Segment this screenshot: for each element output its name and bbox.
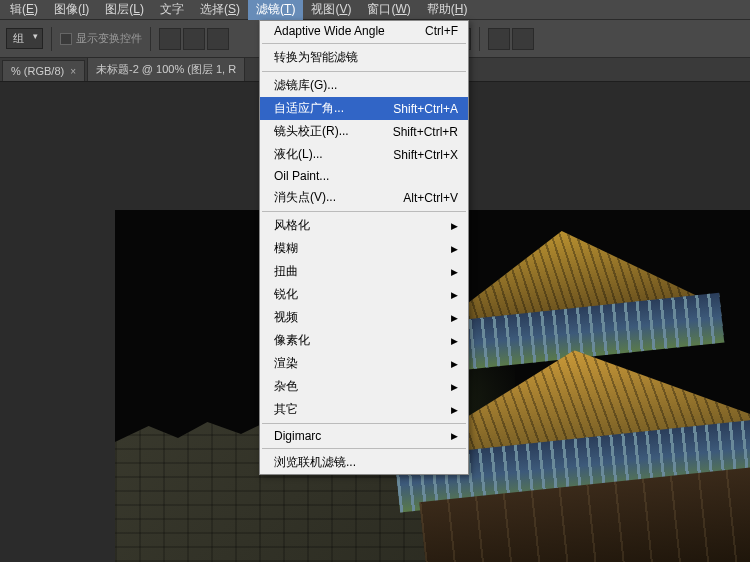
menu-item-pixelate[interactable]: 像素化▶ [260, 329, 468, 352]
menu-item-video[interactable]: 视频▶ [260, 306, 468, 329]
menubar: 辑(E) 图像(I) 图层(L) 文字 选择(S) 滤镜(T) 视图(V) 窗口… [0, 0, 750, 20]
menu-item-distort[interactable]: 扭曲▶ [260, 260, 468, 283]
menu-item-browse-online[interactable]: 浏览联机滤镜... [260, 451, 468, 474]
menu-help[interactable]: 帮助(H) [419, 0, 476, 20]
menu-separator [262, 448, 466, 449]
chevron-right-icon: ▶ [451, 382, 458, 392]
menu-separator [262, 43, 466, 44]
menu-item-lens-correction[interactable]: 镜头校正(R)... Shift+Ctrl+R [260, 120, 468, 143]
menu-item-sharpen[interactable]: 锐化▶ [260, 283, 468, 306]
menu-item-filter-gallery[interactable]: 滤镜库(G)... [260, 74, 468, 97]
menu-item-digimarc[interactable]: Digimarc▶ [260, 426, 468, 446]
menu-filter[interactable]: 滤镜(T) [248, 0, 303, 20]
document-tab[interactable]: % (RGB/8) × [2, 60, 85, 81]
document-tab[interactable]: 未标题-2 @ 100% (图层 1, R [87, 57, 245, 81]
menu-item-last-filter[interactable]: Adaptive Wide Angle Ctrl+F [260, 21, 468, 41]
menu-item-convert-smart[interactable]: 转换为智能滤镜 [260, 46, 468, 69]
divider [479, 27, 480, 51]
tab-label: % (RGB/8) [11, 65, 64, 77]
chevron-right-icon: ▶ [451, 244, 458, 254]
chevron-right-icon: ▶ [451, 221, 458, 231]
distribute-group [488, 28, 534, 50]
checkbox-icon [60, 33, 72, 45]
align-icon[interactable] [183, 28, 205, 50]
menu-select[interactable]: 选择(S) [192, 0, 248, 20]
distribute-icon[interactable] [512, 28, 534, 50]
menu-item-blur[interactable]: 模糊▶ [260, 237, 468, 260]
menu-text[interactable]: 文字 [152, 0, 192, 20]
divider [150, 27, 151, 51]
align-group-1 [159, 28, 229, 50]
menu-edit[interactable]: 辑(E) [2, 0, 46, 20]
chevron-right-icon: ▶ [451, 405, 458, 415]
chevron-right-icon: ▶ [451, 359, 458, 369]
filter-menu-dropdown: Adaptive Wide Angle Ctrl+F 转换为智能滤镜 滤镜库(G… [259, 20, 469, 475]
show-transform-checkbox[interactable]: 显示变换控件 [60, 31, 142, 46]
group-dropdown[interactable]: 组 [6, 28, 43, 49]
menu-image[interactable]: 图像(I) [46, 0, 97, 20]
menu-item-noise[interactable]: 杂色▶ [260, 375, 468, 398]
chevron-right-icon: ▶ [451, 431, 458, 441]
menu-layer[interactable]: 图层(L) [97, 0, 152, 20]
close-icon[interactable]: × [70, 66, 76, 77]
menu-view[interactable]: 视图(V) [303, 0, 359, 20]
align-icon[interactable] [207, 28, 229, 50]
menu-separator [262, 423, 466, 424]
chevron-right-icon: ▶ [451, 267, 458, 277]
menu-item-oil-paint[interactable]: Oil Paint... [260, 166, 468, 186]
menu-item-render[interactable]: 渲染▶ [260, 352, 468, 375]
menu-item-vanishing-point[interactable]: 消失点(V)... Alt+Ctrl+V [260, 186, 468, 209]
chevron-right-icon: ▶ [451, 290, 458, 300]
menu-separator [262, 71, 466, 72]
align-icon[interactable] [159, 28, 181, 50]
menu-item-liquify[interactable]: 液化(L)... Shift+Ctrl+X [260, 143, 468, 166]
chevron-right-icon: ▶ [451, 336, 458, 346]
menu-item-stylize[interactable]: 风格化▶ [260, 214, 468, 237]
divider [51, 27, 52, 51]
menu-separator [262, 211, 466, 212]
menu-item-adaptive-wide-angle[interactable]: 自适应广角... Shift+Ctrl+A [260, 97, 468, 120]
checkbox-label: 显示变换控件 [76, 31, 142, 46]
distribute-icon[interactable] [488, 28, 510, 50]
menu-item-other[interactable]: 其它▶ [260, 398, 468, 421]
chevron-right-icon: ▶ [451, 313, 458, 323]
menu-window[interactable]: 窗口(W) [359, 0, 418, 20]
tab-label: 未标题-2 @ 100% (图层 1, R [96, 62, 236, 77]
